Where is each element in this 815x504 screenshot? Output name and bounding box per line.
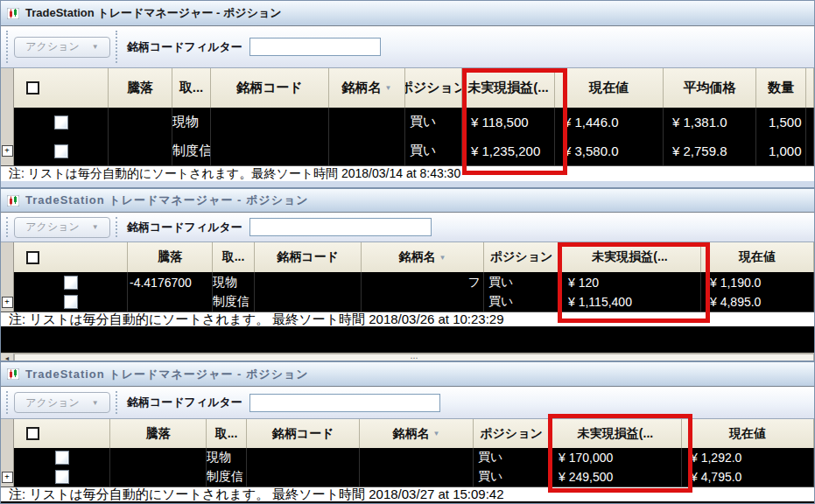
window-titlebar[interactable]: TradeStation トレードマネージャー - ポジション [1, 1, 814, 26]
header-fluct[interactable]: 騰落 [128, 242, 213, 272]
last-cell: ¥ 1,446.0 [555, 108, 664, 136]
row-gutter [1, 272, 14, 292]
header-avg-price[interactable]: 平均価格 [664, 68, 756, 108]
avg-price-cell: ¥ 2,759.8 [664, 136, 756, 165]
row-gutter [1, 448, 14, 467]
horizontal-scrollbar[interactable]: ◄ ⋯ [1, 353, 814, 361]
window-titlebar[interactable]: TradeStation トレードマネージャー - ポジション [1, 189, 814, 213]
header-account[interactable]: 取... [213, 242, 255, 272]
row-checkbox[interactable] [64, 276, 78, 290]
header-name[interactable]: 銘柄名▼ [362, 242, 484, 272]
position-cell: 買い [484, 272, 559, 292]
header-unrealized[interactable]: 未実現損益(... [550, 419, 682, 448]
grid-header-row: 騰落 取... 銘柄コード 銘柄名▼ ポジション 未実現損益(... 現在値 平… [1, 68, 814, 108]
checkbox-cell [14, 292, 128, 312]
select-all-checkbox[interactable] [26, 427, 39, 440]
toolbar-grip-icon[interactable] [116, 31, 119, 63]
fluct-cell [110, 467, 207, 486]
header-fluct[interactable]: 騰落 [109, 68, 172, 108]
symbol-filter-input[interactable] [249, 218, 432, 236]
header-last[interactable]: 現在値 [555, 68, 664, 108]
expand-row-icon[interactable]: + [2, 145, 13, 157]
symbol-cell-redacted [255, 272, 362, 292]
position-row[interactable]: + 制度信 買い ¥ 249,500 ¥ 4,795.0 [1, 467, 814, 486]
position-row[interactable]: -4.4176700 現物 フ 買い ¥ 120 ¥ 1,190.0 [1, 272, 814, 292]
position-row[interactable]: 現物 買い ¥ 170,000 ¥ 1,292.0 [1, 448, 814, 467]
scroll-left-arrow-icon[interactable]: ◄ [1, 354, 14, 361]
tradestation-icon [7, 368, 19, 380]
toolbar-grip-icon[interactable] [116, 391, 119, 414]
toolbar-grip-icon[interactable] [6, 217, 10, 237]
unrealized-cell: ¥ 120 [559, 272, 701, 292]
toolbar: アクション ▼ 銘柄コードフィルター [1, 26, 814, 68]
scrollbar-thumb[interactable]: ⋯ [14, 354, 814, 361]
grid-empty-area [1, 326, 814, 353]
symbol-cell-redacted [211, 136, 329, 165]
symbol-filter-label: 銘柄コードフィルター [127, 395, 242, 410]
header-unrealized[interactable]: 未実現損益(... [462, 68, 555, 108]
row-gutter: + [1, 467, 14, 486]
header-position[interactable]: ポジション [484, 242, 559, 272]
sort-note: 注: リストは毎分自動的にソートされます。 最終ソート時間 2018/03/26… [1, 312, 814, 326]
header-qty[interactable]: 数量 [756, 68, 806, 108]
header-account[interactable]: 取... [207, 419, 247, 448]
position-cell: 買い [405, 136, 462, 165]
select-all-checkbox[interactable] [26, 251, 39, 264]
name-cell-redacted: フ [362, 272, 484, 292]
header-gutter [1, 419, 14, 448]
symbol-cell-redacted [211, 108, 329, 136]
position-row[interactable]: + 制度信 買い ¥ 1,115,400 ¥ 4,895.0 [1, 292, 814, 312]
grid-header-row: 騰落 取... 銘柄コード 銘柄名▼ ポジション 未実現損益(... 現在値 [1, 242, 814, 272]
symbol-filter-input[interactable] [249, 394, 440, 412]
select-all-checkbox[interactable] [26, 81, 39, 94]
expand-row-icon[interactable]: + [2, 297, 13, 308]
unrealized-cell: ¥ 170,000 [550, 448, 682, 467]
checkbox-cell [14, 136, 109, 165]
symbol-filter-label: 銘柄コードフィルター [127, 220, 242, 235]
row-checkbox[interactable] [55, 451, 69, 465]
header-last[interactable]: 現在値 [682, 419, 814, 448]
row-checkbox[interactable] [54, 116, 68, 130]
window-title: TradeStation トレードマネージャー - ポジション [25, 5, 282, 21]
header-account[interactable]: 取... [172, 68, 211, 108]
row-checkbox[interactable] [55, 470, 69, 484]
unrealized-cell: ¥ 249,500 [550, 467, 682, 486]
row-checkbox[interactable] [64, 295, 78, 309]
last-cell: ¥ 4,895.0 [701, 292, 814, 312]
header-select-all[interactable] [14, 242, 128, 272]
action-dropdown-button[interactable]: アクション ▼ [14, 392, 110, 413]
checkbox-cell [14, 467, 110, 486]
header-select-all[interactable] [14, 419, 110, 448]
account-cell: 現物 [207, 448, 247, 467]
window-titlebar[interactable]: TradeStation トレードマネージャー - ポジション [1, 362, 814, 387]
position-row[interactable]: 現物 買い ¥ 118,500 ¥ 1,446.0 ¥ 1,381.0 1,50… [1, 108, 814, 136]
header-gutter [1, 68, 14, 108]
unrealized-cell: ¥ 1,115,400 [559, 292, 701, 312]
toolbar-grip-icon[interactable] [6, 31, 10, 63]
trade-manager-window-1: TradeStation トレードマネージャー - ポジション アクション ▼ … [0, 0, 815, 188]
unrealized-cell: ¥ 118,500 [462, 108, 555, 136]
header-symbol[interactable]: 銘柄コード [255, 242, 362, 272]
position-row[interactable]: + 制度信 買い ¥ 1,235,200 ¥ 3,580.0 ¥ 2,759.8… [1, 136, 814, 165]
symbol-filter-input[interactable] [249, 38, 381, 56]
toolbar-grip-icon[interactable] [6, 391, 10, 414]
header-unrealized[interactable]: 未実現損益(... [559, 242, 701, 272]
row-checkbox[interactable] [54, 144, 68, 158]
toolbar-grip-icon[interactable] [116, 217, 119, 237]
position-cell: 買い [474, 448, 550, 467]
header-symbol[interactable]: 銘柄コード [247, 419, 360, 448]
action-dropdown-button[interactable]: アクション ▼ [14, 217, 110, 238]
header-position[interactable]: ポジション [474, 419, 550, 448]
action-dropdown-button[interactable]: アクション ▼ [14, 37, 110, 58]
last-cell: ¥ 4,795.0 [682, 467, 814, 486]
header-select-all[interactable] [14, 68, 109, 108]
header-symbol[interactable]: 銘柄コード [211, 68, 329, 108]
header-fluct[interactable]: 騰落 [110, 419, 207, 448]
tradestation-icon [7, 8, 19, 19]
header-position[interactable]: ポジション [405, 68, 462, 108]
header-last[interactable]: 現在値 [701, 242, 814, 272]
header-name[interactable]: 銘柄名▼ [360, 419, 474, 448]
symbol-cell-redacted [247, 467, 360, 486]
expand-row-icon[interactable]: + [2, 472, 13, 483]
header-name[interactable]: 銘柄名▼ [329, 68, 405, 108]
